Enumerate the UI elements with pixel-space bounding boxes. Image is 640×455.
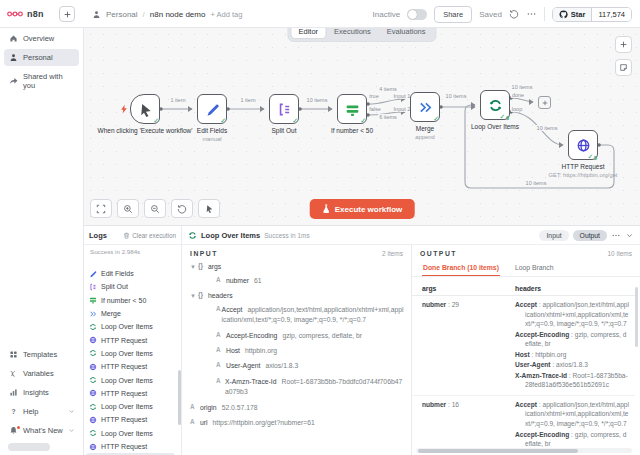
output-table-row[interactable]: nubmer : 16Accept : application/json,tex… — [412, 396, 635, 447]
node-edit-fields[interactable]: ✓ — [197, 94, 227, 124]
breadcrumb-separator: / — [143, 10, 145, 19]
canvas-toolbar — [90, 199, 220, 218]
zoom-in-button[interactable] — [117, 199, 139, 218]
chevron-down-icon — [68, 427, 75, 434]
github-star-label: Star — [571, 10, 586, 19]
collapse-panel-icon[interactable] — [625, 231, 634, 240]
sidebar-item-shared-with-you[interactable]: Shared with you — [4, 68, 79, 94]
caret-down-icon[interactable]: ▼ — [190, 292, 198, 300]
sidebar-item-help[interactable]: ? Help — [4, 403, 79, 420]
log-item-loop-over-items[interactable]: Loop Over Items — [86, 400, 175, 413]
json-field-row-accept-encoding: AAccept-Encodinggzip, compress, deflate,… — [188, 331, 405, 342]
user-menu[interactable] — [8, 443, 50, 451]
logs-panel: Logs Clear execution Success in 2.984s E… — [84, 226, 182, 455]
json-field-row-url: Aurlhttps://httpbin.org/get?nubmer=61 — [188, 418, 405, 429]
log-item-edit-fields[interactable]: Edit Fields — [86, 267, 175, 280]
sidebar-item-what-s-new[interactable]: What's New — [4, 422, 79, 439]
string-type-icon: A — [216, 361, 226, 370]
more-options-icon[interactable] — [526, 9, 537, 19]
merge-icon — [418, 100, 433, 115]
node-if-number[interactable]: ✓ — [337, 94, 367, 124]
tab-executions[interactable]: Executions — [326, 28, 379, 39]
editor-tabs: Editor Executions Evaluations — [287, 28, 436, 42]
tab-done-branch[interactable]: Done Branch (10 items) — [422, 261, 500, 276]
history-icon[interactable] — [509, 9, 519, 19]
node-loop-over-items[interactable]: ✓6 — [480, 90, 510, 120]
bottom-panel: Logs Clear execution Success in 2.984s E… — [84, 225, 640, 455]
fit-view-button[interactable] — [90, 199, 112, 218]
log-item-loop-over-items[interactable]: Loop Over Items — [86, 427, 175, 440]
log-item-loop-over-items[interactable]: Loop Over Items — [86, 373, 175, 386]
object-icon: {} — [198, 291, 208, 300]
person-icon — [92, 10, 101, 19]
output-table: argsheadersnubmer : 29Accept : applicati… — [412, 282, 635, 447]
node-split-out[interactable]: ✓ — [269, 94, 299, 124]
output-horizontal-scrollbar[interactable] — [416, 448, 632, 453]
logs-scrollbar[interactable] — [177, 267, 181, 455]
reset-zoom-button[interactable] — [171, 199, 193, 218]
log-item-http-request[interactable]: HTTP Request — [86, 387, 175, 400]
zoom-out-button[interactable] — [144, 199, 166, 218]
caret-down-icon[interactable]: ▼ — [190, 263, 198, 271]
success-check-icon: ✓ — [292, 117, 298, 125]
log-item-loop-over-items[interactable]: Loop Over Items — [86, 320, 175, 333]
add-tag-button[interactable]: + Add tag — [210, 10, 242, 19]
sidebar-item-variables[interactable]: Variables — [4, 365, 79, 382]
sidebar-item-templates[interactable]: Templates — [4, 346, 79, 363]
tab-loop-branch[interactable]: Loop Branch — [514, 261, 555, 276]
help-icon: ? — [9, 407, 18, 416]
node-merge[interactable]: ✓ — [410, 92, 440, 122]
log-item-if-number-50[interactable]: If number < 50 — [86, 294, 175, 307]
detail-more-icon[interactable] — [611, 231, 621, 240]
log-item-label: Loop Over Items — [101, 323, 153, 330]
if-icon — [89, 296, 97, 304]
github-star-widget[interactable]: Star 117,574 — [552, 7, 632, 22]
sidebar-top-items: Overview Personal Shared with you — [0, 30, 83, 94]
log-item-http-request[interactable]: HTTP Request — [86, 360, 175, 373]
node-http-request[interactable]: ✓5 — [568, 130, 598, 160]
log-item-http-request[interactable]: HTTP Request — [86, 440, 175, 453]
workflow-canvas[interactable]: Editor Executions Evaluations — [84, 28, 640, 225]
sidebar-item-overview[interactable]: Overview — [4, 30, 79, 47]
tab-evaluations[interactable]: Evaluations — [379, 28, 434, 39]
variable-icon — [9, 369, 18, 378]
json-object-row-args[interactable]: ▼{}args — [188, 262, 405, 271]
json-object-row-headers[interactable]: ▼{}headers — [188, 291, 405, 300]
output-view-pill[interactable]: Output — [573, 230, 607, 241]
breadcrumb-project[interactable]: Personal — [106, 10, 138, 19]
log-item-http-request[interactable]: HTTP Request — [86, 333, 175, 346]
clear-execution-button[interactable]: Clear execution — [123, 232, 176, 239]
breadcrumb-workflow-name[interactable]: n8n node demo — [150, 10, 206, 19]
output-vertical-scrollbar[interactable] — [635, 285, 639, 445]
person-icon — [9, 53, 18, 62]
input-json-tree: ▼{}argsAnubmer61▼{}headersAAcceptapplica… — [182, 260, 411, 435]
log-item-split-out[interactable]: Split Out — [86, 280, 175, 293]
output-table-row[interactable]: nubmer : 29Accept : application/json,tex… — [412, 296, 635, 396]
sidebar-item-label: Variables — [23, 369, 54, 378]
sidebar-item-insights[interactable]: Insights — [4, 384, 79, 401]
pencil-icon — [205, 102, 220, 117]
clear-execution-label: Clear execution — [132, 232, 176, 239]
share-button[interactable]: Share — [434, 6, 472, 23]
input-view-pill[interactable]: Input — [539, 230, 568, 241]
add-node-stub[interactable] — [538, 96, 551, 109]
add-node-button[interactable] — [615, 36, 632, 53]
execute-workflow-button[interactable]: Execute workflow — [310, 199, 415, 219]
log-item-label: HTTP Request — [101, 390, 147, 397]
loop-icon — [188, 231, 197, 240]
svg-text:?: ? — [12, 408, 16, 415]
node-trigger[interactable]: ✓ — [130, 94, 160, 124]
log-item-http-request[interactable]: HTTP Request — [86, 413, 175, 426]
log-item-loop-over-items[interactable]: Loop Over Items — [86, 347, 175, 360]
pointer-mode-button[interactable] — [198, 199, 220, 218]
detail-node-title: Loop Over Items — [201, 231, 260, 240]
log-item-merge[interactable]: Merge — [86, 307, 175, 320]
trash-icon — [123, 232, 130, 239]
tab-editor[interactable]: Editor — [290, 28, 326, 39]
add-sticky-note-button[interactable] — [615, 59, 632, 76]
sidebar-item-personal[interactable]: Personal — [4, 49, 79, 66]
string-type-icon: A — [190, 418, 200, 427]
new-workflow-button[interactable] — [59, 6, 75, 22]
sidebar-item-label: Personal — [23, 53, 53, 62]
active-toggle[interactable] — [407, 9, 427, 20]
